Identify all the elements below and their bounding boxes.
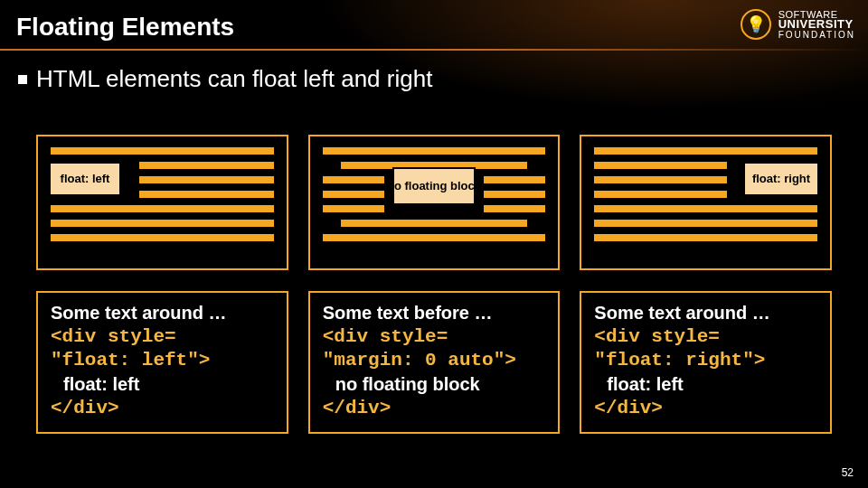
code-open: <div style= (51, 325, 274, 350)
code-attr: "margin: 0 auto"> (323, 349, 546, 373)
code-pre-text: Some text around … (594, 302, 817, 325)
logo-line3: FOUNDATION (778, 31, 855, 40)
code-open: <div style= (594, 325, 817, 350)
code-close: </div> (323, 397, 546, 421)
page-number: 52 (842, 466, 854, 479)
text-bar (482, 203, 547, 214)
diagram-no-float: no floating block (308, 135, 561, 270)
text-bar (592, 174, 729, 185)
text-bar (49, 232, 276, 243)
float-right-box: float: right (743, 162, 819, 196)
diagram-float-left: float: left (36, 135, 288, 270)
code-float-right: Some text around … <div style= "float: r… (580, 291, 832, 434)
text-bar (49, 203, 276, 214)
code-inner: no floating block (323, 373, 546, 397)
code-open: <div style= (323, 325, 546, 350)
code-close: </div> (594, 397, 817, 421)
code-close: </div> (51, 397, 274, 421)
text-bar (592, 145, 819, 156)
text-bar (137, 160, 276, 171)
logo-line2: UNIVERSITY (778, 19, 855, 30)
text-bar (321, 203, 386, 214)
text-bar (137, 189, 276, 200)
bullet-line: HTML elements can float left and right (18, 65, 432, 93)
text-bar (49, 218, 276, 229)
text-bar (592, 189, 729, 200)
text-bar (339, 218, 530, 229)
lightbulb-icon: 💡 (741, 9, 771, 40)
text-bar (592, 232, 819, 243)
text-bar (592, 203, 819, 214)
text-bar (321, 145, 548, 156)
code-attr: "float: left"> (51, 349, 274, 373)
logo-text: SOFTWARE UNIVERSITY FOUNDATION (778, 10, 855, 39)
text-bar (592, 160, 729, 171)
text-bar (482, 189, 547, 200)
text-bar (321, 174, 386, 185)
code-row: Some text around … <div style= "float: l… (36, 291, 832, 434)
text-bar (482, 174, 547, 185)
diagram-float-right: float: right (580, 135, 832, 270)
bullet-text: HTML elements can float left and right (36, 65, 432, 93)
code-attr: "float: right"> (594, 349, 817, 373)
text-bar (321, 189, 386, 200)
no-float-box: no floating block (392, 167, 476, 205)
text-bar (49, 145, 276, 156)
code-pre-text: Some text around … (51, 302, 274, 325)
float-left-box: float: left (49, 162, 121, 196)
logo: 💡 SOFTWARE UNIVERSITY FOUNDATION (741, 9, 855, 40)
bullet-icon (18, 75, 27, 84)
code-float-left: Some text around … <div style= "float: l… (36, 291, 288, 434)
text-bar (321, 232, 548, 243)
text-bar (592, 218, 819, 229)
code-inner: float: left (51, 373, 274, 397)
code-pre-text: Some text before … (323, 302, 546, 325)
diagram-row: float: left no floating block float: rig… (36, 135, 832, 270)
text-bar (137, 174, 276, 185)
code-no-float: Some text before … <div style= "margin: … (308, 291, 561, 434)
title-underline (0, 49, 868, 51)
slide-title: Floating Elements (16, 13, 234, 42)
code-inner: float: left (594, 373, 817, 397)
